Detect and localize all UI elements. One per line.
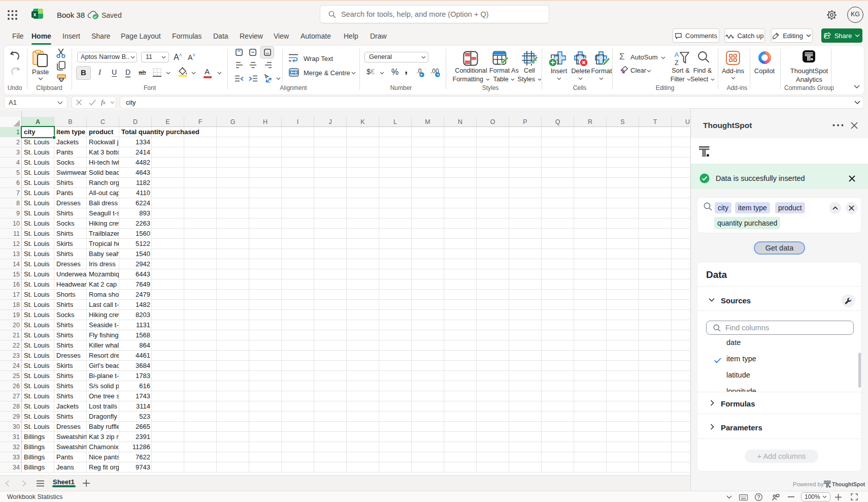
svg-text:Z: Z: [675, 59, 679, 67]
svg-text:A: A: [675, 51, 679, 58]
svg-text:x: x: [34, 12, 37, 17]
